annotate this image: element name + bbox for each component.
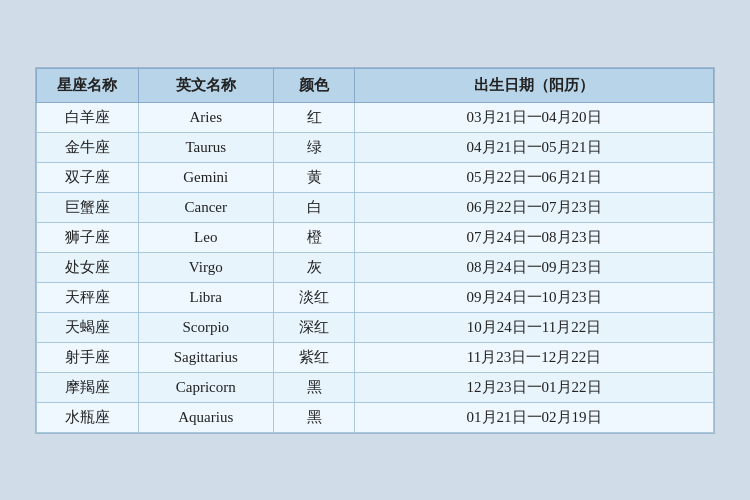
cell-zh: 水瓶座 — [37, 402, 139, 432]
table-row: 水瓶座Aquarius黑01月21日一02月19日 — [37, 402, 714, 432]
cell-color: 深红 — [273, 312, 354, 342]
cell-en: Capricorn — [138, 372, 273, 402]
cell-zh: 天蝎座 — [37, 312, 139, 342]
table-row: 处女座Virgo灰08月24日一09月23日 — [37, 252, 714, 282]
cell-date: 03月21日一04月20日 — [355, 102, 714, 132]
cell-zh: 金牛座 — [37, 132, 139, 162]
cell-color: 红 — [273, 102, 354, 132]
table-header-row: 星座名称 英文名称 颜色 出生日期（阳历） — [37, 68, 714, 102]
header-zh: 星座名称 — [37, 68, 139, 102]
cell-color: 淡红 — [273, 282, 354, 312]
table-row: 白羊座Aries红03月21日一04月20日 — [37, 102, 714, 132]
cell-en: Aquarius — [138, 402, 273, 432]
cell-date: 01月21日一02月19日 — [355, 402, 714, 432]
cell-date: 07月24日一08月23日 — [355, 222, 714, 252]
header-color: 颜色 — [273, 68, 354, 102]
cell-en: Sagittarius — [138, 342, 273, 372]
cell-zh: 摩羯座 — [37, 372, 139, 402]
header-date: 出生日期（阳历） — [355, 68, 714, 102]
zodiac-table: 星座名称 英文名称 颜色 出生日期（阳历） 白羊座Aries红03月21日一04… — [36, 68, 714, 433]
table-row: 射手座Sagittarius紫红11月23日一12月22日 — [37, 342, 714, 372]
cell-color: 白 — [273, 192, 354, 222]
cell-date: 08月24日一09月23日 — [355, 252, 714, 282]
header-en: 英文名称 — [138, 68, 273, 102]
cell-date: 09月24日一10月23日 — [355, 282, 714, 312]
cell-zh: 双子座 — [37, 162, 139, 192]
cell-zh: 处女座 — [37, 252, 139, 282]
table-row: 巨蟹座Cancer白06月22日一07月23日 — [37, 192, 714, 222]
cell-zh: 白羊座 — [37, 102, 139, 132]
cell-zh: 射手座 — [37, 342, 139, 372]
cell-date: 12月23日一01月22日 — [355, 372, 714, 402]
cell-date: 11月23日一12月22日 — [355, 342, 714, 372]
cell-date: 06月22日一07月23日 — [355, 192, 714, 222]
cell-en: Cancer — [138, 192, 273, 222]
cell-en: Gemini — [138, 162, 273, 192]
cell-color: 黑 — [273, 372, 354, 402]
table-row: 狮子座Leo橙07月24日一08月23日 — [37, 222, 714, 252]
cell-en: Virgo — [138, 252, 273, 282]
table-row: 天蝎座Scorpio深红10月24日一11月22日 — [37, 312, 714, 342]
cell-en: Aries — [138, 102, 273, 132]
cell-en: Scorpio — [138, 312, 273, 342]
table-row: 双子座Gemini黄05月22日一06月21日 — [37, 162, 714, 192]
cell-date: 04月21日一05月21日 — [355, 132, 714, 162]
zodiac-table-wrapper: 星座名称 英文名称 颜色 出生日期（阳历） 白羊座Aries红03月21日一04… — [35, 67, 715, 434]
cell-zh: 巨蟹座 — [37, 192, 139, 222]
cell-en: Taurus — [138, 132, 273, 162]
cell-color: 黑 — [273, 402, 354, 432]
cell-zh: 天秤座 — [37, 282, 139, 312]
cell-color: 灰 — [273, 252, 354, 282]
cell-date: 05月22日一06月21日 — [355, 162, 714, 192]
cell-en: Libra — [138, 282, 273, 312]
cell-en: Leo — [138, 222, 273, 252]
cell-color: 橙 — [273, 222, 354, 252]
cell-zh: 狮子座 — [37, 222, 139, 252]
table-row: 天秤座Libra淡红09月24日一10月23日 — [37, 282, 714, 312]
cell-color: 黄 — [273, 162, 354, 192]
cell-color: 绿 — [273, 132, 354, 162]
cell-color: 紫红 — [273, 342, 354, 372]
table-row: 摩羯座Capricorn黑12月23日一01月22日 — [37, 372, 714, 402]
table-row: 金牛座Taurus绿04月21日一05月21日 — [37, 132, 714, 162]
cell-date: 10月24日一11月22日 — [355, 312, 714, 342]
